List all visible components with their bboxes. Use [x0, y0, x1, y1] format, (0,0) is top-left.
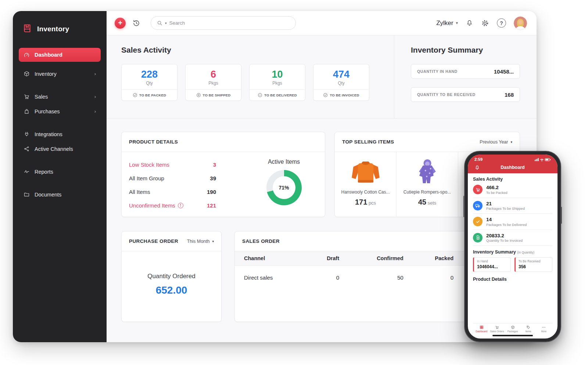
- settings-button[interactable]: [481, 19, 489, 27]
- summary-value: 10458...: [494, 68, 514, 75]
- phone-to-be-received-box: To Be Received 356: [514, 257, 552, 272]
- summary-label: QUANTITY TO BE RECEIVED: [417, 92, 476, 97]
- phone-tab-sales-orders[interactable]: Sales Orders: [489, 325, 505, 333]
- sidebar-item-dashboard[interactable]: Dashboard: [19, 48, 101, 62]
- phone-metric-packed[interactable]: 466.2 To be Packed: [473, 182, 552, 198]
- to-be-packed-card[interactable]: 228 Qty TO BE PACKED: [121, 64, 178, 101]
- sidebar-item-integrations[interactable]: Integrations: [19, 127, 101, 141]
- info-icon[interactable]: !: [178, 203, 183, 208]
- active-items-chart-area: Active Items 71%: [243, 152, 325, 217]
- top-selling-item[interactable]: Hanswooly Cotton Cas... 171 pcs: [335, 152, 397, 217]
- check-icon: [473, 217, 483, 226]
- col-draft: Draft: [307, 251, 353, 265]
- dashboard-icon: [24, 52, 30, 58]
- to-be-shipped-card[interactable]: 6 Pkgs TO BE SHIPPED: [185, 64, 241, 101]
- user-avatar[interactable]: [514, 17, 527, 30]
- metric-value: 474: [313, 69, 369, 79]
- sidebar-item-active-channels[interactable]: Active Channels: [19, 142, 101, 156]
- donut-percent-label: 71%: [266, 170, 302, 205]
- romper-image: [411, 156, 444, 189]
- top-selling-item[interactable]: Cutiepie Rompers-spo... 45 sets: [397, 152, 458, 217]
- sidebar-item-label: Documents: [35, 192, 61, 198]
- phone-home-indicator: [492, 335, 533, 336]
- inventory-logo-icon: [22, 23, 33, 35]
- sidebar-item-purchases[interactable]: Purchases ›: [19, 104, 101, 118]
- phone-metric-delivered[interactable]: 14 Packages To be Delivered: [473, 214, 552, 230]
- quantity-ordered-value: 652.00: [156, 284, 187, 296]
- help-button[interactable]: ?: [497, 18, 506, 28]
- phone-tab-packages[interactable]: Packages: [505, 325, 520, 333]
- sidebar-item-label: Purchases: [35, 109, 60, 114]
- sidebar: Inventory Dashboard Inventory › Sales ›: [13, 11, 107, 342]
- phone-content: Sales Activity 466.2 To be Packed: [468, 173, 557, 333]
- phone-metric-invoiced[interactable]: 20833.2 Quantity To be Invoiced: [473, 230, 552, 246]
- purchase-order-panel: PURCHASE ORDER This Month ▾ Quantity Ord…: [121, 231, 222, 322]
- search-input[interactable]: [169, 20, 290, 26]
- sidebar-item-label: Sales: [35, 94, 48, 100]
- all-items-row[interactable]: All Items 190: [129, 185, 216, 199]
- quick-add-button[interactable]: +: [115, 18, 126, 29]
- metric-unit: Pkgs: [250, 81, 305, 86]
- app-logo: Inventory: [22, 23, 101, 35]
- bag-icon: [24, 108, 30, 114]
- notifications-button[interactable]: [466, 19, 473, 27]
- phone-tab-items[interactable]: Items: [520, 325, 536, 333]
- sidebar-item-label: Inventory: [35, 71, 57, 77]
- inventory-summary-section: Inventory Summary QUANTITY IN HAND 10458…: [394, 35, 537, 118]
- item-name: Hanswooly Cotton Cas...: [341, 189, 390, 195]
- sidebar-item-label: Active Channels: [35, 146, 73, 152]
- phone-tab-dashboard[interactable]: Dashboard: [474, 325, 489, 333]
- search-bar[interactable]: ▾: [151, 16, 296, 30]
- phone-tab-bar: Dashboard Sales Orders Packages: [473, 323, 552, 333]
- active-items-donut: 71%: [266, 170, 302, 205]
- unconfirmed-items-row[interactable]: Unconfirmed Items ! 121: [129, 199, 216, 212]
- org-switcher[interactable]: Zylker ▾: [436, 20, 458, 27]
- phone-tab-more[interactable]: More: [536, 325, 552, 333]
- item-name: Cutiepie Rompers-spo...: [404, 189, 451, 195]
- status-icons: [535, 157, 551, 162]
- sidebar-item-inventory[interactable]: Inventory ›: [19, 67, 101, 81]
- recent-activity-button[interactable]: [132, 19, 140, 27]
- quantity-ordered-label: Quantity Ordered: [147, 273, 195, 280]
- to-be-delivered-card[interactable]: 10 Pkgs TO BE DELIVERED: [249, 64, 305, 101]
- panel-title: PRODUCT DETAILS: [129, 139, 178, 145]
- history-clock-icon: [132, 19, 140, 27]
- sidebar-item-reports[interactable]: Reports: [19, 165, 101, 178]
- phone-metric-shipped[interactable]: 21 Packages To be Shipped: [473, 198, 552, 214]
- org-name: Zylker: [436, 20, 453, 27]
- product-details-panel: PRODUCT DETAILS Low Stock Items 3 All It…: [121, 132, 325, 217]
- all-item-group-row[interactable]: All Item Group 39: [129, 171, 216, 185]
- metric-value: 10: [250, 69, 305, 79]
- top-selling-header: TOP SELLING ITEMS Previous Year ▾: [335, 132, 520, 152]
- metric-label: TO BE DELIVERED: [250, 89, 305, 100]
- metric-unit: Pkgs: [186, 81, 241, 86]
- app-window: Inventory Dashboard Inventory › Sales ›: [13, 11, 537, 342]
- invoice-icon: [473, 233, 483, 242]
- metric-label: TO BE PACKED: [122, 89, 177, 100]
- phone-summary-boxes: In Hand 1046044... To Be Received 356: [473, 257, 552, 272]
- avatar-photo: [514, 17, 527, 30]
- col-channel: Channel: [235, 251, 307, 265]
- sidebar-item-documents[interactable]: Documents: [19, 188, 101, 201]
- product-details-list: Low Stock Items 3 All Item Group 39 All …: [122, 152, 243, 217]
- top-selling-period-dropdown[interactable]: Previous Year ▾: [480, 139, 512, 145]
- caret-down-icon: ▾: [510, 140, 512, 144]
- to-be-invoiced-card[interactable]: 474 Qty TO BE INVOICED: [313, 64, 369, 101]
- truck-icon: [473, 201, 483, 210]
- panel-title: TOP SELLING ITEMS: [342, 139, 394, 145]
- metric-value: 228: [122, 69, 177, 79]
- check-circle-icon: [133, 93, 137, 98]
- phone-status-bar: 2:59: [474, 157, 551, 162]
- item-qty: 171 pcs: [355, 198, 376, 206]
- chevron-right-icon: ›: [94, 71, 96, 76]
- low-stock-items-row[interactable]: Low Stock Items 3: [129, 158, 216, 171]
- sales-activity-section: Sales Activity 228 Qty TO BE PACKED 6: [107, 35, 394, 118]
- sidebar-item-sales[interactable]: Sales ›: [19, 90, 101, 103]
- plus-icon: +: [118, 19, 122, 26]
- purchase-order-period-dropdown[interactable]: This Month ▾: [187, 239, 214, 244]
- pulse-chart-icon: [24, 169, 30, 175]
- grid-icon: [480, 325, 484, 329]
- search-scope-caret-icon[interactable]: ▾: [165, 21, 167, 25]
- search-icon: [157, 20, 162, 26]
- box-icon: [511, 325, 515, 329]
